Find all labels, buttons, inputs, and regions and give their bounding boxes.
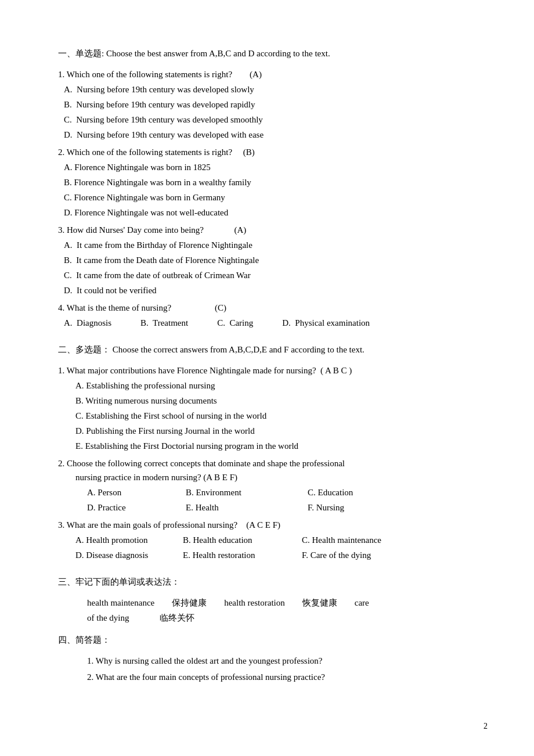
q2-optD: D. Florence Nightingale was not well-edu… xyxy=(58,206,488,219)
q2-optA: A. Florence Nightingale was born in 1825 xyxy=(58,160,488,174)
section2-title: 二、多选题： Choose the correct answers from A… xyxy=(58,343,488,357)
mq3-row1: A. Health promotion B. Health education … xyxy=(58,533,488,547)
mq3-optD: D. Disease diagnosis xyxy=(75,548,177,562)
mq2-optB: B. Environment xyxy=(186,485,302,499)
mq2-optE: E. Health xyxy=(186,501,302,514)
mq2-text-cont: nursing practice in modern nursing? (A B… xyxy=(58,470,488,484)
q4-answer: (C) xyxy=(215,303,226,312)
section3-vocab: health maintenance 保持健康 health restorati… xyxy=(58,596,488,610)
q3-optD: D. It could not be verified xyxy=(58,283,488,297)
mq1-text: 1. What major contributions have Florenc… xyxy=(58,363,488,377)
mq1-optE: E. Establishing the First Doctorial nurs… xyxy=(58,439,488,453)
section1-title: 一、单选题: Choose the best answer from A,B,C… xyxy=(58,46,488,60)
mq1-optC: C. Establishing the First school of nurs… xyxy=(58,409,488,423)
vocab-item-3-cn: 临终关怀 xyxy=(160,613,194,622)
sq2: 2. What are the four main concepts of pr… xyxy=(58,670,488,684)
q2-optB: B. Florence Nightingale was born in a we… xyxy=(58,175,488,189)
vocab-item-3-en-part1: care xyxy=(355,598,369,607)
q3-answer: (A) xyxy=(234,225,247,235)
mq1-optD: D. Publishing the First nursing Journal … xyxy=(58,424,488,438)
mq3-optB: B. Health education xyxy=(183,533,296,547)
q2-block: 2. Which one of the following statements… xyxy=(58,145,488,219)
vocab-item-2-cn: 恢复健康 xyxy=(302,598,337,607)
mq3-optC: C. Health maintenance xyxy=(302,533,381,547)
q1-text: 1. Which one of the following statements… xyxy=(58,67,488,81)
q3-optA: A. It came from the Birthday of Florence… xyxy=(58,238,488,252)
q4-options-row: A. Diagnosis B. Treatment C. Caring D. P… xyxy=(58,316,488,330)
mq2-optF: F. Nursing xyxy=(308,501,344,514)
mq2-optC: C. Education xyxy=(308,485,353,499)
q3-optB: B. It came from the Death date of Floren… xyxy=(58,253,488,267)
q4-optA: A. Diagnosis xyxy=(64,316,111,330)
q2-answer: (B) xyxy=(243,147,255,157)
q3-block: 3. How did Nurses' Day come into being? … xyxy=(58,223,488,297)
mq2-row1: A. Person B. Environment C. Education xyxy=(58,485,488,499)
mq2-optA: A. Person xyxy=(87,485,180,499)
q4-optB: B. Treatment xyxy=(140,316,188,330)
mq2-block: 2. Choose the following correct concepts… xyxy=(58,456,488,514)
q2-optC: C. Florence Nightingale was born in Germ… xyxy=(58,190,488,204)
q4-text: 4. What is the theme of nursing? (C) xyxy=(58,301,488,315)
mq3-optF: F. Care of the dying xyxy=(302,548,371,562)
mq1-answer: ( A B C ) xyxy=(320,366,352,375)
vocab-item-2-en: health restoration xyxy=(224,598,285,607)
mq2-row2: D. Practice E. Health F. Nursing xyxy=(58,501,488,514)
q3-text: 3. How did Nurses' Day come into being? … xyxy=(58,223,488,237)
mq3-optE: E. Health restoration xyxy=(183,548,296,562)
mq2-optD: D. Practice xyxy=(87,501,180,514)
q1-optD: D. Nursing before 19th century was devel… xyxy=(58,128,488,142)
mq3-answer: (A C E F) xyxy=(246,520,280,530)
sq1: 1. Why is nursing called the oldest art … xyxy=(58,654,488,668)
mq1-block: 1. What major contributions have Florenc… xyxy=(58,363,488,453)
page-number: 2 xyxy=(484,720,488,733)
mq3-row2: D. Disease diagnosis E. Health restorati… xyxy=(58,548,488,562)
vocab-item-1-en: health maintenance xyxy=(87,598,154,607)
q1-optC: C. Nursing before 19th century was devel… xyxy=(58,113,488,127)
q2-text: 2. Which one of the following statements… xyxy=(58,145,488,159)
mq1-optA: A. Establishing the professional nursing xyxy=(58,379,488,393)
vocab-item-1-cn: 保持健康 xyxy=(172,598,207,607)
q4-block: 4. What is the theme of nursing? (C) A. … xyxy=(58,301,488,330)
q1-optA: A. Nursing before 19th century was devel… xyxy=(58,82,488,96)
mq2-text: 2. Choose the following correct concepts… xyxy=(58,456,488,484)
mq3-optA: A. Health promotion xyxy=(75,533,177,547)
q1-optB: B. Nursing before 19th century was devel… xyxy=(58,98,488,111)
mq1-optB: B. Writing numerous nursing documents xyxy=(58,394,488,408)
mq3-text: 3. What are the main goals of profession… xyxy=(58,518,488,532)
q4-optD: D. Physical examination xyxy=(282,316,370,330)
section3-title: 三、牢记下面的单词或表达法： xyxy=(58,575,488,589)
q1-block: 1. Which one of the following statements… xyxy=(58,67,488,142)
section3-vocab-cont: of the dying 临终关怀 xyxy=(58,611,488,625)
section4-title: 四、简答题： xyxy=(58,633,488,647)
q1-answer: (A) xyxy=(250,70,262,79)
mq3-block: 3. What are the main goals of profession… xyxy=(58,518,488,562)
vocab-item-3-en-part2: of the dying xyxy=(87,613,129,622)
q3-optC: C. It came from the date of outbreak of … xyxy=(58,268,488,282)
q4-optC: C. Caring xyxy=(217,316,253,330)
